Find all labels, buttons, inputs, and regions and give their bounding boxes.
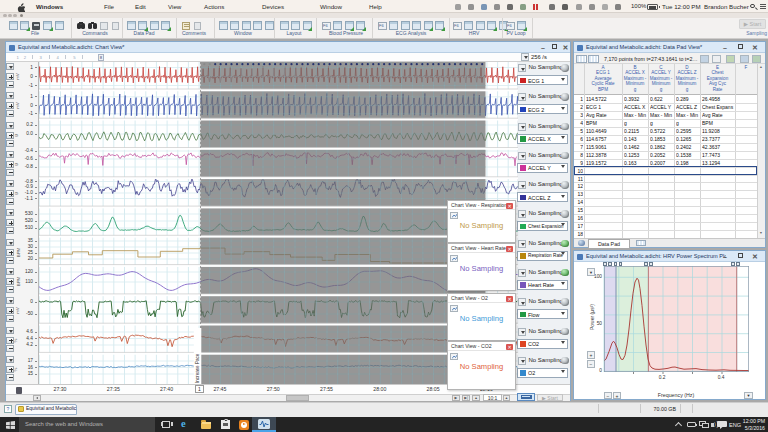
svg-text:Increase Pace: Increase Pace xyxy=(195,353,200,383)
